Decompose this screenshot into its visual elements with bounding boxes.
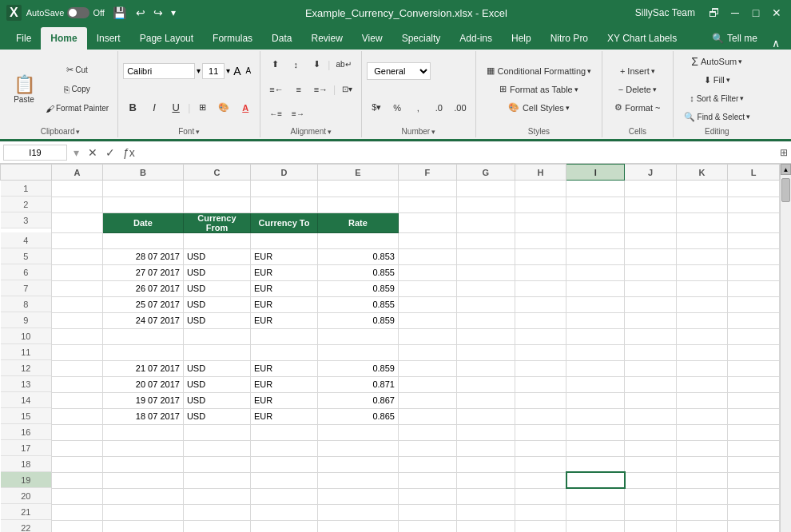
insert-button[interactable]: + Insert ▾ xyxy=(607,62,667,80)
table-cell[interactable] xyxy=(456,296,515,312)
table-cell[interactable] xyxy=(398,488,456,504)
table-cell[interactable] xyxy=(456,312,515,328)
grid-container[interactable]: A B C D E F G H I J K L xyxy=(0,164,780,532)
table-cell[interactable] xyxy=(398,440,456,456)
align-right-button[interactable]: ≡→ xyxy=(310,81,332,98)
table-cell[interactable] xyxy=(398,392,456,408)
table-cell[interactable] xyxy=(398,456,456,472)
table-cell[interactable] xyxy=(566,472,625,488)
table-cell[interactable] xyxy=(566,280,625,296)
table-cell[interactable] xyxy=(676,212,728,232)
table-cell[interactable] xyxy=(183,424,250,440)
table-cell[interactable]: 24 07 2017 xyxy=(103,312,184,328)
table-cell[interactable] xyxy=(625,520,677,532)
table-cell[interactable] xyxy=(515,232,566,248)
table-cell[interactable]: 0.859 xyxy=(318,360,399,376)
tab-file[interactable]: File xyxy=(6,27,41,50)
table-cell[interactable] xyxy=(398,424,456,440)
table-cell[interactable] xyxy=(456,264,515,280)
table-cell[interactable] xyxy=(456,280,515,296)
table-cell[interactable] xyxy=(250,232,317,248)
table-cell[interactable] xyxy=(250,488,317,504)
table-cell[interactable] xyxy=(625,360,677,376)
table-cell[interactable] xyxy=(515,376,566,392)
table-cell[interactable] xyxy=(625,232,677,248)
tab-review[interactable]: Review xyxy=(301,27,352,50)
table-cell[interactable] xyxy=(52,280,103,296)
table-cell[interactable]: 0.865 xyxy=(318,408,399,424)
decrease-indent-button[interactable]: ←≡ xyxy=(265,105,286,122)
table-cell[interactable] xyxy=(728,248,780,264)
table-cell[interactable] xyxy=(52,197,103,212)
table-cell[interactable] xyxy=(515,296,566,312)
table-cell[interactable]: EUR xyxy=(250,392,317,408)
table-cell[interactable]: USD xyxy=(183,280,250,296)
table-cell[interactable] xyxy=(103,472,184,488)
table-cell[interactable] xyxy=(676,376,728,392)
table-cell[interactable] xyxy=(515,424,566,440)
insert-function-icon[interactable]: ƒx xyxy=(121,146,137,159)
table-cell[interactable] xyxy=(398,312,456,328)
table-cell[interactable] xyxy=(250,504,317,520)
table-cell[interactable] xyxy=(250,472,317,488)
table-cell[interactable] xyxy=(456,212,515,232)
table-cell[interactable] xyxy=(625,312,677,328)
table-cell[interactable] xyxy=(398,296,456,312)
table-cell[interactable] xyxy=(728,424,780,440)
table-cell[interactable] xyxy=(676,440,728,456)
save-icon[interactable]: 💾 xyxy=(109,6,129,19)
decrease-decimal-button[interactable]: .0 xyxy=(429,99,448,117)
table-cell[interactable] xyxy=(103,328,184,344)
merge-center-button[interactable]: ⊡▾ xyxy=(337,81,356,98)
table-cell[interactable]: EUR xyxy=(250,280,317,296)
bold-button[interactable]: B xyxy=(123,99,142,117)
table-cell[interactable] xyxy=(625,408,677,424)
table-cell[interactable] xyxy=(456,376,515,392)
sort-dropdown[interactable]: ▾ xyxy=(740,94,744,102)
table-cell[interactable]: 0.855 xyxy=(318,296,399,312)
table-cell[interactable] xyxy=(676,520,728,532)
table-cell[interactable] xyxy=(183,456,250,472)
table-cell[interactable] xyxy=(398,408,456,424)
table-cell[interactable] xyxy=(318,456,399,472)
table-cell[interactable] xyxy=(566,392,625,408)
table-cell[interactable] xyxy=(103,232,184,248)
col-header-g[interactable]: G xyxy=(456,165,515,181)
table-cell[interactable]: USD xyxy=(183,312,250,328)
table-cell[interactable] xyxy=(625,440,677,456)
table-cell[interactable] xyxy=(676,280,728,296)
table-cell[interactable] xyxy=(676,296,728,312)
table-cell[interactable] xyxy=(318,440,399,456)
col-header-l[interactable]: L xyxy=(728,165,780,181)
fill-color-button[interactable]: 🎨 xyxy=(214,99,233,117)
table-cell[interactable] xyxy=(728,520,780,532)
table-cell[interactable] xyxy=(625,212,677,232)
insert-dropdown[interactable]: ▾ xyxy=(651,67,655,75)
table-cell[interactable] xyxy=(566,232,625,248)
col-header-j[interactable]: J xyxy=(625,165,677,181)
tab-xy-chart[interactable]: XY Chart Labels xyxy=(598,27,686,50)
table-cell[interactable] xyxy=(566,248,625,264)
table-cell[interactable]: 25 07 2017 xyxy=(103,296,184,312)
table-cell[interactable] xyxy=(676,424,728,440)
table-cell[interactable] xyxy=(318,472,399,488)
table-cell[interactable]: EUR xyxy=(250,248,317,264)
table-cell[interactable] xyxy=(515,520,566,532)
table-cell[interactable] xyxy=(676,472,728,488)
table-cell[interactable] xyxy=(728,181,780,197)
table-cell[interactable]: 0.859 xyxy=(318,280,399,296)
table-cell[interactable] xyxy=(566,408,625,424)
table-cell[interactable] xyxy=(625,296,677,312)
table-cell[interactable] xyxy=(728,360,780,376)
cell-ref-input[interactable] xyxy=(3,145,67,161)
fill-dropdown[interactable]: ▾ xyxy=(726,76,730,84)
table-cell[interactable] xyxy=(250,424,317,440)
table-cell[interactable] xyxy=(318,424,399,440)
cut-button[interactable]: ✂ Cut xyxy=(42,62,113,79)
col-header-b[interactable]: B xyxy=(103,165,184,181)
table-cell[interactable] xyxy=(456,197,515,212)
table-cell[interactable] xyxy=(456,344,515,360)
table-cell[interactable] xyxy=(52,181,103,197)
table-cell[interactable] xyxy=(398,520,456,532)
table-cell[interactable] xyxy=(318,181,399,197)
